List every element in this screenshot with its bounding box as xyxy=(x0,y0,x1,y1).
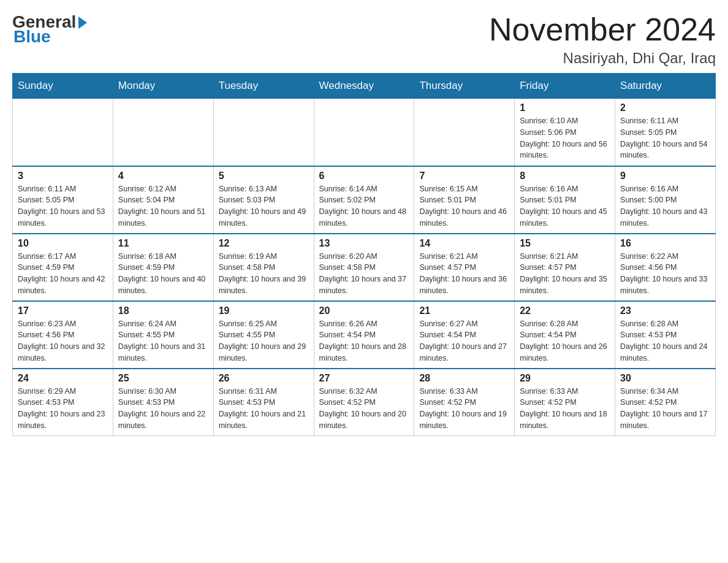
day-number: 26 xyxy=(219,373,309,384)
day-number: 3 xyxy=(18,170,108,182)
day-number: 21 xyxy=(419,305,509,316)
calendar-cell: 6Sunrise: 6:14 AMSunset: 5:02 PMDaylight… xyxy=(314,166,414,234)
weekday-header-saturday: Saturday xyxy=(615,74,716,99)
calendar-cell: 11Sunrise: 6:18 AMSunset: 4:59 PMDayligh… xyxy=(113,234,213,301)
day-number: 14 xyxy=(419,238,509,249)
day-number: 28 xyxy=(419,373,509,384)
day-info: Sunrise: 6:28 AMSunset: 4:54 PMDaylight:… xyxy=(520,318,610,364)
day-info: Sunrise: 6:23 AMSunset: 4:56 PMDaylight:… xyxy=(18,318,108,364)
day-info: Sunrise: 6:17 AMSunset: 4:59 PMDaylight:… xyxy=(18,251,108,297)
day-info: Sunrise: 6:26 AMSunset: 4:54 PMDaylight:… xyxy=(319,318,409,364)
day-number: 20 xyxy=(319,305,409,316)
day-number: 23 xyxy=(620,305,710,316)
week-row-1: 1Sunrise: 6:10 AMSunset: 5:06 PMDaylight… xyxy=(13,99,716,166)
calendar-cell: 27Sunrise: 6:32 AMSunset: 4:52 PMDayligh… xyxy=(314,369,414,436)
weekday-header-friday: Friday xyxy=(515,74,615,99)
day-info: Sunrise: 6:15 AMSunset: 5:01 PMDaylight:… xyxy=(419,183,509,229)
weekday-header-thursday: Thursday xyxy=(414,74,515,99)
day-number: 10 xyxy=(18,238,108,249)
calendar-cell xyxy=(314,99,414,166)
day-number: 27 xyxy=(319,373,409,384)
day-info: Sunrise: 6:28 AMSunset: 4:53 PMDaylight:… xyxy=(620,318,710,364)
calendar-cell: 25Sunrise: 6:30 AMSunset: 4:53 PMDayligh… xyxy=(113,369,213,436)
day-info: Sunrise: 6:11 AMSunset: 5:05 PMDaylight:… xyxy=(18,183,108,229)
title-section: November 2024 Nasiriyah, Dhi Qar, Iraq xyxy=(489,12,716,67)
week-row-4: 17Sunrise: 6:23 AMSunset: 4:56 PMDayligh… xyxy=(13,301,716,369)
calendar-cell: 28Sunrise: 6:33 AMSunset: 4:52 PMDayligh… xyxy=(414,369,515,436)
day-number: 11 xyxy=(118,238,208,249)
day-info: Sunrise: 6:29 AMSunset: 4:53 PMDaylight:… xyxy=(18,386,108,432)
calendar-cell: 17Sunrise: 6:23 AMSunset: 4:56 PMDayligh… xyxy=(13,301,113,369)
calendar-cell xyxy=(113,99,213,166)
calendar-cell: 16Sunrise: 6:22 AMSunset: 4:56 PMDayligh… xyxy=(615,234,716,301)
day-number: 12 xyxy=(219,238,309,249)
logo-blue-text: Blue xyxy=(13,27,51,47)
calendar-cell: 2Sunrise: 6:11 AMSunset: 5:05 PMDaylight… xyxy=(615,99,716,166)
calendar-cell: 13Sunrise: 6:20 AMSunset: 4:58 PMDayligh… xyxy=(314,234,414,301)
calendar-cell: 18Sunrise: 6:24 AMSunset: 4:55 PMDayligh… xyxy=(113,301,213,369)
calendar-cell: 22Sunrise: 6:28 AMSunset: 4:54 PMDayligh… xyxy=(515,301,615,369)
calendar-cell: 26Sunrise: 6:31 AMSunset: 4:53 PMDayligh… xyxy=(213,369,314,436)
day-info: Sunrise: 6:30 AMSunset: 4:53 PMDaylight:… xyxy=(118,386,208,432)
calendar-cell: 23Sunrise: 6:28 AMSunset: 4:53 PMDayligh… xyxy=(615,301,716,369)
day-info: Sunrise: 6:18 AMSunset: 4:59 PMDaylight:… xyxy=(118,251,208,297)
day-info: Sunrise: 6:33 AMSunset: 4:52 PMDaylight:… xyxy=(419,386,509,432)
logo: General Blue xyxy=(12,12,87,47)
week-row-5: 24Sunrise: 6:29 AMSunset: 4:53 PMDayligh… xyxy=(13,369,716,436)
calendar-cell: 21Sunrise: 6:27 AMSunset: 4:54 PMDayligh… xyxy=(414,301,515,369)
weekday-header-monday: Monday xyxy=(113,74,213,99)
day-info: Sunrise: 6:14 AMSunset: 5:02 PMDaylight:… xyxy=(319,183,409,229)
day-info: Sunrise: 6:20 AMSunset: 4:58 PMDaylight:… xyxy=(319,251,409,297)
day-info: Sunrise: 6:11 AMSunset: 5:05 PMDaylight:… xyxy=(620,115,710,161)
calendar-cell: 10Sunrise: 6:17 AMSunset: 4:59 PMDayligh… xyxy=(13,234,113,301)
week-row-3: 10Sunrise: 6:17 AMSunset: 4:59 PMDayligh… xyxy=(13,234,716,301)
day-number: 1 xyxy=(520,102,610,113)
calendar-header-row: SundayMondayTuesdayWednesdayThursdayFrid… xyxy=(13,74,716,99)
location-title: Nasiriyah, Dhi Qar, Iraq xyxy=(489,50,716,67)
calendar-cell xyxy=(213,99,314,166)
day-number: 18 xyxy=(118,305,208,316)
calendar-cell: 19Sunrise: 6:25 AMSunset: 4:55 PMDayligh… xyxy=(213,301,314,369)
day-info: Sunrise: 6:24 AMSunset: 4:55 PMDaylight:… xyxy=(118,318,208,364)
day-info: Sunrise: 6:33 AMSunset: 4:52 PMDaylight:… xyxy=(520,386,610,432)
day-info: Sunrise: 6:32 AMSunset: 4:52 PMDaylight:… xyxy=(319,386,409,432)
day-info: Sunrise: 6:10 AMSunset: 5:06 PMDaylight:… xyxy=(520,115,610,161)
day-info: Sunrise: 6:27 AMSunset: 4:54 PMDaylight:… xyxy=(419,318,509,364)
day-info: Sunrise: 6:16 AMSunset: 5:01 PMDaylight:… xyxy=(520,183,610,229)
day-number: 25 xyxy=(118,373,208,384)
day-number: 13 xyxy=(319,238,409,249)
day-info: Sunrise: 6:13 AMSunset: 5:03 PMDaylight:… xyxy=(219,183,309,229)
day-number: 19 xyxy=(219,305,309,316)
calendar-cell: 1Sunrise: 6:10 AMSunset: 5:06 PMDaylight… xyxy=(515,99,615,166)
day-number: 17 xyxy=(18,305,108,316)
day-info: Sunrise: 6:16 AMSunset: 5:00 PMDaylight:… xyxy=(620,183,710,229)
calendar-cell: 9Sunrise: 6:16 AMSunset: 5:00 PMDaylight… xyxy=(615,166,716,234)
calendar-cell: 8Sunrise: 6:16 AMSunset: 5:01 PMDaylight… xyxy=(515,166,615,234)
calendar-cell: 24Sunrise: 6:29 AMSunset: 4:53 PMDayligh… xyxy=(13,369,113,436)
day-info: Sunrise: 6:19 AMSunset: 4:58 PMDaylight:… xyxy=(219,251,309,297)
calendar-cell: 12Sunrise: 6:19 AMSunset: 4:58 PMDayligh… xyxy=(213,234,314,301)
calendar-table: SundayMondayTuesdayWednesdayThursdayFrid… xyxy=(12,73,716,436)
day-info: Sunrise: 6:12 AMSunset: 5:04 PMDaylight:… xyxy=(118,183,208,229)
day-info: Sunrise: 6:21 AMSunset: 4:57 PMDaylight:… xyxy=(520,251,610,297)
calendar-cell: 5Sunrise: 6:13 AMSunset: 5:03 PMDaylight… xyxy=(213,166,314,234)
day-number: 9 xyxy=(620,170,710,182)
weekday-header-sunday: Sunday xyxy=(13,74,113,99)
day-info: Sunrise: 6:22 AMSunset: 4:56 PMDaylight:… xyxy=(620,251,710,297)
day-info: Sunrise: 6:21 AMSunset: 4:57 PMDaylight:… xyxy=(419,251,509,297)
calendar-cell: 7Sunrise: 6:15 AMSunset: 5:01 PMDaylight… xyxy=(414,166,515,234)
day-number: 24 xyxy=(18,373,108,384)
calendar-cell: 29Sunrise: 6:33 AMSunset: 4:52 PMDayligh… xyxy=(515,369,615,436)
calendar-cell xyxy=(13,99,113,166)
day-info: Sunrise: 6:31 AMSunset: 4:53 PMDaylight:… xyxy=(219,386,309,432)
day-number: 30 xyxy=(620,373,710,384)
calendar-cell: 20Sunrise: 6:26 AMSunset: 4:54 PMDayligh… xyxy=(314,301,414,369)
day-number: 6 xyxy=(319,170,409,182)
calendar-cell: 30Sunrise: 6:34 AMSunset: 4:52 PMDayligh… xyxy=(615,369,716,436)
weekday-header-wednesday: Wednesday xyxy=(314,74,414,99)
day-number: 15 xyxy=(520,238,610,249)
day-number: 29 xyxy=(520,373,610,384)
calendar-cell: 4Sunrise: 6:12 AMSunset: 5:04 PMDaylight… xyxy=(113,166,213,234)
day-number: 16 xyxy=(620,238,710,249)
day-number: 5 xyxy=(219,170,309,182)
